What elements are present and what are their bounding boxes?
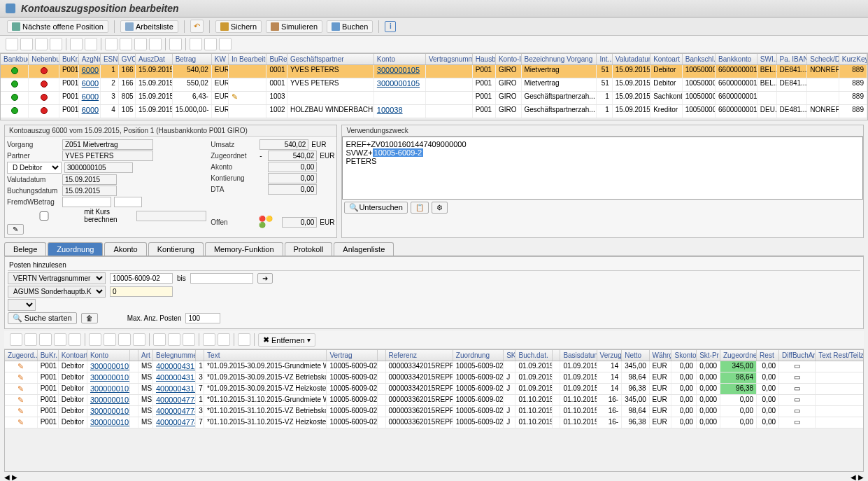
usage-text[interactable]: EREF+ZV01001601447409000000 SVWZ+10005-6… bbox=[342, 137, 863, 200]
umsatz-field bbox=[259, 139, 308, 150]
worklist-button[interactable]: Arbeitsliste bbox=[120, 20, 178, 33]
grid-tool-icon[interactable] bbox=[105, 38, 118, 50]
max-posten-field[interactable] bbox=[185, 313, 220, 323]
simulate-icon bbox=[271, 22, 279, 31]
grid-tool-icon[interactable] bbox=[89, 333, 101, 346]
zug-field bbox=[268, 151, 317, 161]
search-val-2[interactable] bbox=[110, 286, 173, 297]
tab-akonto[interactable]: Akonto bbox=[104, 242, 146, 256]
grid-tool-icon[interactable] bbox=[20, 38, 33, 50]
save-button[interactable]: Sichern bbox=[215, 20, 262, 33]
umsatz-label: Umsatz bbox=[211, 141, 257, 148]
grid-tool-icon[interactable] bbox=[54, 333, 66, 346]
dta-field bbox=[268, 184, 317, 195]
kurs-field[interactable] bbox=[136, 211, 206, 221]
grid-tool-icon[interactable] bbox=[134, 38, 147, 50]
next-open-button[interactable]: Nächste offene Position bbox=[7, 20, 108, 33]
grid-tool-icon[interactable] bbox=[120, 38, 132, 50]
grid-tool-icon[interactable] bbox=[190, 38, 202, 50]
search-val-1-to[interactable] bbox=[190, 273, 253, 284]
usage-settings-button[interactable]: ⚙ bbox=[432, 202, 448, 214]
grid-tool-icon[interactable] bbox=[149, 38, 162, 50]
usage-line: SVWZ+ bbox=[346, 148, 372, 157]
tab-kontierung[interactable]: Kontierung bbox=[148, 242, 204, 256]
grid-tool-icon[interactable] bbox=[153, 333, 166, 346]
grid-tool-icon[interactable] bbox=[70, 38, 83, 50]
search-field-2-select[interactable]: AGUMS Sonderhauptb.Ke... bbox=[8, 286, 106, 298]
undo-button[interactable]: ↶ bbox=[190, 20, 204, 33]
grid-tool-icon[interactable] bbox=[104, 333, 116, 346]
offen-cur: EUR bbox=[320, 218, 334, 226]
save-label: Sichern bbox=[231, 22, 257, 31]
max-label: Max. Anz. Posten bbox=[127, 314, 182, 322]
statement-row[interactable]: P0016000216615.09.2015550,02EUR0001YVES … bbox=[1, 78, 867, 92]
grid-tool-icon[interactable] bbox=[118, 333, 131, 346]
statement-row[interactable]: P0016000380515.09.20156,43-EUR✎1003P001G… bbox=[1, 92, 867, 105]
akonto-field bbox=[268, 162, 317, 172]
traffic-light-icon: 🔴🟡🟢 bbox=[259, 216, 279, 228]
account-type-select[interactable]: D Debitor bbox=[7, 162, 62, 174]
grid-tool-icon[interactable] bbox=[50, 38, 62, 50]
item-row[interactable]: ✎P001Debitor3000000105MS40000043111*01.0… bbox=[5, 361, 864, 372]
grid-tool-icon[interactable] bbox=[133, 333, 145, 346]
search-start-button[interactable]: 🔍 Suche starten bbox=[8, 312, 77, 324]
search-clear-button[interactable]: 🗑 bbox=[81, 313, 98, 323]
grid-tool-icon[interactable] bbox=[39, 333, 52, 346]
tab-belege[interactable]: Belege bbox=[4, 242, 46, 256]
statement-row[interactable]: P0016000410515.09.201515.000,00-EUR1002H… bbox=[1, 105, 867, 118]
fw-label: FremdWBetrag bbox=[7, 198, 59, 206]
grid-tool-icon[interactable] bbox=[203, 333, 215, 346]
scroll-right[interactable]: ◀ ▶ bbox=[851, 473, 864, 481]
usage-copy-button[interactable]: 📋 bbox=[411, 202, 429, 214]
scroll-left[interactable]: ◀ ▶ bbox=[4, 473, 17, 481]
fw-field[interactable] bbox=[62, 197, 111, 207]
statement-row[interactable]: P0016000116615.09.2015540,02EUR0001YVES … bbox=[1, 65, 867, 78]
detail-action-button[interactable]: ✎ bbox=[7, 224, 24, 235]
grid-tool-icon[interactable] bbox=[69, 333, 81, 346]
tab-zuordnung[interactable]: Zuordnung bbox=[48, 242, 103, 256]
grid-tool-icon[interactable] bbox=[6, 38, 18, 50]
grid-tool-icon[interactable] bbox=[85, 38, 97, 50]
grid-tool-icon[interactable] bbox=[204, 38, 217, 50]
save-icon bbox=[220, 22, 229, 31]
grid-tool-icon[interactable] bbox=[10, 333, 22, 346]
usage-panel: Verwendungszweck EREF+ZV0100160144740900… bbox=[341, 125, 864, 238]
remove-button[interactable]: ✖Entfernen ▾ bbox=[258, 333, 315, 347]
grid-tool-icon[interactable] bbox=[183, 333, 195, 346]
bis-label: bis bbox=[177, 274, 186, 282]
simulate-button[interactable]: Simulieren bbox=[266, 20, 322, 33]
item-row[interactable]: ✎P001Debitor3000000105MS40000047747*01.1… bbox=[5, 417, 864, 428]
tab-anlagenliste[interactable]: Anlagenliste bbox=[334, 242, 394, 256]
fw-cur-field[interactable] bbox=[114, 197, 142, 207]
search-val-1[interactable] bbox=[110, 273, 173, 284]
grid-tool-icon[interactable] bbox=[218, 333, 230, 346]
kurs-checkbox[interactable] bbox=[7, 211, 81, 221]
item-row[interactable]: ✎P001Debitor3000000105MS40000043117*01.0… bbox=[5, 384, 864, 395]
grid-tool-icon[interactable] bbox=[168, 333, 180, 346]
grid-tool-icon[interactable] bbox=[35, 38, 48, 50]
item-row[interactable]: ✎P001Debitor3000000105MS40000047741*01.1… bbox=[5, 395, 864, 406]
grid-tool-icon[interactable] bbox=[219, 38, 232, 50]
vorgang-label: Vorgang bbox=[7, 141, 59, 148]
partner-field[interactable] bbox=[62, 151, 153, 161]
multi-select-button[interactable]: ➜ bbox=[257, 273, 273, 284]
valuta-field[interactable] bbox=[62, 174, 117, 185]
account-field[interactable] bbox=[64, 162, 133, 173]
info-button[interactable]: i bbox=[385, 21, 396, 32]
item-row[interactable]: ✎P001Debitor3000000105MS40000043113*01.0… bbox=[5, 372, 864, 384]
search-field-3-select[interactable] bbox=[8, 299, 36, 311]
search-field-1-select[interactable]: VERTN Vertragsnummer bbox=[8, 272, 106, 284]
tab-protokoll[interactable]: Protokoll bbox=[285, 242, 333, 256]
buchdat-field[interactable] bbox=[62, 186, 117, 196]
post-button[interactable]: Buchen bbox=[327, 20, 373, 33]
item-row[interactable]: ✎P001Debitor3000000105MS40000047743*01.1… bbox=[5, 406, 864, 417]
tab-memory-funktion[interactable]: Memory-Funktion bbox=[205, 242, 283, 256]
remove-label: Entfernen bbox=[271, 336, 305, 344]
vorgang-field[interactable] bbox=[62, 139, 153, 150]
grid-tool-icon[interactable] bbox=[169, 38, 182, 50]
grid-tool-icon[interactable] bbox=[238, 333, 250, 346]
investigate-button[interactable]: 🔍Untersuchen bbox=[344, 202, 407, 214]
grid-tool-icon[interactable] bbox=[24, 333, 37, 346]
search-title: Posten hinzulesen bbox=[8, 260, 860, 271]
search-btn-label: Suche starten bbox=[24, 314, 72, 322]
